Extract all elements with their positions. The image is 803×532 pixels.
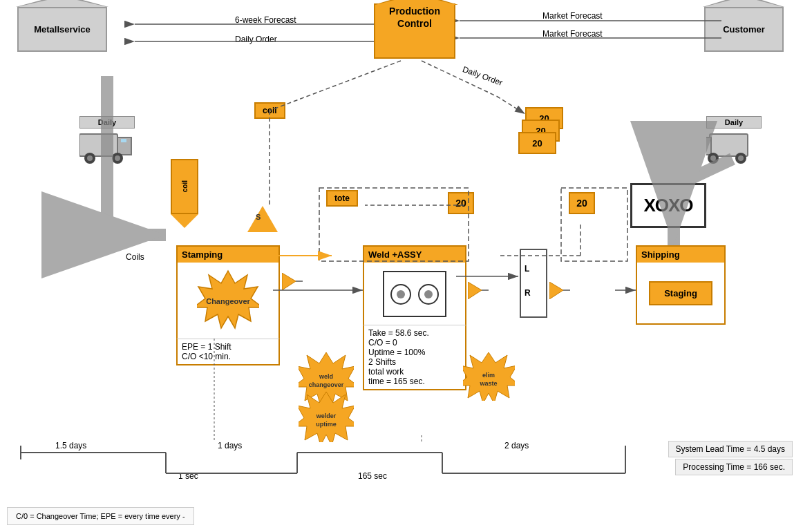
num-box-20-right: 20 [569,192,595,214]
svg-point-33 [115,155,120,161]
timeline-sec-1: 1 sec [178,471,198,481]
right-truck-icon [706,131,762,165]
weld-take: Take = 58.6 sec. [368,328,461,338]
changeover-svg: Changeover [197,269,259,332]
diagram-container: Production Control Metallservice Custome… [0,0,803,532]
svg-point-38 [710,155,716,161]
num-box-20-center: 20 [448,192,474,214]
svg-text:changeover: changeover [309,381,344,388]
left-truck: Daily [79,116,135,167]
kaizen-welder-uptime: welder uptime [299,390,354,444]
svg-marker-58 [282,273,296,290]
timeline-days-1: 1.5 days [55,441,86,450]
svg-point-46 [397,290,405,298]
svg-text:weld: weld [319,373,333,380]
processing-time-box: Processing Time = 166 sec. [675,459,793,475]
weld-assy-process: Weld +ASSY Take = 58.6 sec. C/O = 0 Upti… [363,245,466,390]
six-week-forecast-label: 6-week Forecast [235,15,296,25]
shipping-header: Shipping [636,245,726,263]
push-arrow-svg-3 [549,282,570,299]
kaizen-waste-svg: elim waste [463,351,515,401]
svg-text:welder: welder [316,412,337,419]
r-label: R [525,288,531,298]
coil-vertical-label: coil [181,180,189,192]
weld-total-work: total work [368,367,461,377]
weld-shifts: 2 Shifts [368,357,461,367]
system-lead-time-label: System Lead Time = 4.5 days [676,444,785,454]
xoxo-box: XOXO [630,183,706,228]
weld-co: C/O = 0 [368,338,461,348]
svg-rect-36 [706,137,711,155]
l-label: L [525,264,529,274]
right-truck-label: Daily [706,116,762,129]
stamping-stats: EPE = 1 Shift C/O <10 min. [176,339,280,365]
lr-box: L R [520,249,547,318]
stamping-process: Stamping Changeover EPE = 1 Shift C/O <1… [176,245,280,365]
svg-rect-44 [384,272,446,316]
kaizen-elim-waste: elim waste [463,351,515,403]
svg-rect-34 [121,139,126,142]
stacked-kanban-boxes: 20 20 20 [518,107,560,166]
processing-time-label: Processing Time = 166 sec. [683,462,785,472]
weld-time: time = 165 sec. [368,377,461,386]
svg-point-31 [87,155,93,161]
customer-factory: Customer [704,7,784,52]
weld-machine-icon [380,268,449,320]
customer-label: Customer [723,24,765,35]
svg-text:uptime: uptime [316,421,337,428]
daily-order-left-label: Daily Order [235,35,277,44]
coil-inventory: coil [171,159,198,228]
system-lead-time-box: System Lead Time = 4.5 days [668,441,793,457]
svg-marker-62 [549,282,563,299]
legend-box: C/0 = Changeover Time; EPE = every time … [7,507,194,525]
legend-text: C/0 = Changeover Time; EPE = every time … [16,512,185,520]
weld-header: Weld +ASSY [363,245,466,263]
production-control-box: Production Control [374,3,455,59]
push-arrow-2 [468,282,489,301]
svg-text:Changeover: Changeover [206,297,250,305]
right-truck: Daily [706,116,762,167]
push-arrow-3 [549,282,570,301]
push-arrow-svg-1 [282,273,303,290]
metallservice-factory: Metallservice [17,7,107,52]
stamping-co: C/O <10 min. [182,352,274,361]
xoxo-label: XOXO [643,195,692,216]
kaizen-uptime-svg: welder uptime [299,390,354,442]
metallservice-label: Metallservice [34,24,91,35]
prod-control-label: Production Control [389,6,440,29]
left-truck-label: Daily [79,116,135,129]
svg-text:elim: elim [482,372,495,379]
coils-label: Coils [126,252,144,262]
push-arrow-svg-2 [468,282,489,299]
kanban-stack-3: 20 [518,132,556,154]
daily-order-right-label: Daily Order [461,64,504,88]
svg-rect-28 [79,134,117,156]
svg-point-48 [424,290,433,298]
market-forecast-bottom-label: Market Forecast [542,29,603,39]
staging-box: Staging [649,281,712,305]
svg-point-40 [738,155,744,161]
tote-box: tote [326,190,358,207]
shipping-process: Shipping Staging [636,245,726,325]
timeline-days-3: 2 days [504,441,529,450]
weld-stats: Take = 58.6 sec. C/O = 0 Uptime = 100% 2… [363,325,466,390]
weld-uptime: Uptime = 100% [368,348,461,357]
market-forecast-top-label: Market Forecast [542,11,603,21]
stamping-epe: EPE = 1 Shift [182,342,274,352]
timeline-days-2: 1 days [218,441,242,450]
left-truck-icon [79,131,135,165]
timeline-sec-2: 165 sec [358,471,387,481]
svg-marker-60 [468,282,482,299]
coil-box-top: coil [254,102,285,119]
s-indicator: S [247,206,278,232]
svg-text:waste: waste [479,380,497,387]
stamping-header: Stamping [176,245,280,263]
push-arrow-1 [282,273,303,292]
changeover-burst: Changeover [197,269,259,332]
